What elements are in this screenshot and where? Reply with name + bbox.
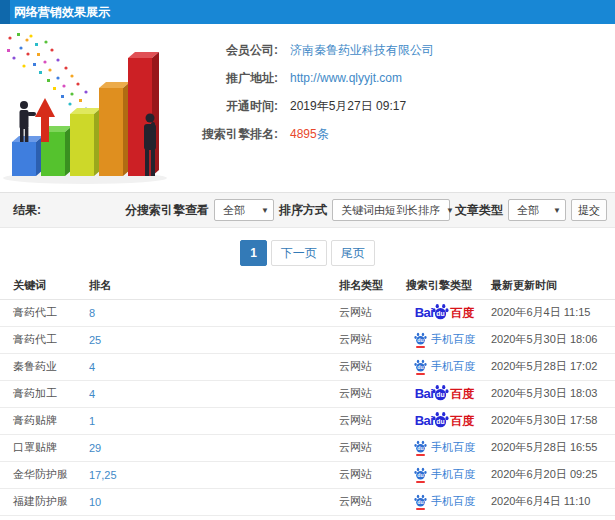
updated-time-cell: 2020年6月4日 11:10 [487, 488, 615, 515]
rank-link[interactable]: 17,25 [89, 469, 117, 481]
engine-filter-value: 全部 [223, 203, 245, 218]
rank-cell: 25 [85, 326, 335, 353]
baidu-logo: Baidu百度 [415, 303, 475, 323]
baidu-paw-icon: du [414, 494, 427, 507]
mobile-baidu-logo: du手机百度 [414, 494, 475, 510]
table-row: 秦鲁药业4云网站du手机百度2020年5月28日 17:02 [0, 353, 615, 380]
rank-link[interactable]: 8 [89, 307, 95, 319]
svg-text:du: du [437, 390, 445, 397]
engine-cell: du手机百度 [402, 461, 487, 488]
engine-filter-select[interactable]: 全部 ▼ [214, 199, 274, 221]
col-header-keyword: 关键词 [0, 272, 85, 299]
baidu-paw-icon: du [432, 303, 449, 320]
table-row: 口罩贴牌29云网站du手机百度2020年5月28日 16:55 [0, 434, 615, 461]
mobile-baidu-logo: du手机百度 [414, 467, 475, 483]
rank-link[interactable]: 1 [89, 415, 95, 427]
results-table-body: 膏药代工8云网站Baidu百度2020年6月4日 11:15膏药代工25云网站d… [0, 299, 615, 520]
mobile-baidu-underline [416, 481, 425, 483]
baidu-logo-cn: 百度 [450, 388, 474, 400]
next-page-button[interactable]: 下一页 [271, 240, 327, 266]
sort-value: 关键词由短到长排序 [341, 203, 440, 218]
rank-type-cell: 云网站 [335, 353, 402, 380]
engine-filter-label: 分搜索引擎查看 [125, 202, 209, 219]
sort-label: 排序方式 [279, 202, 327, 219]
rank-type-cell: 云网站 [335, 434, 402, 461]
last-page-button[interactable]: 尾页 [331, 240, 375, 266]
info-row-opened: 开通时间: 2019年5月27日 09:17 [178, 92, 608, 120]
rank-cell [85, 515, 335, 520]
mobile-baidu-logo: du手机百度 [414, 440, 475, 456]
col-header-updated: 最新更新时间 [487, 272, 615, 299]
mobile-baidu-icon: du [414, 359, 427, 375]
mobile-baidu-label: 手机百度 [431, 467, 475, 482]
keyword-cell: 福建防护服 [0, 488, 85, 515]
mobile-baidu-icon: du [414, 440, 427, 456]
promo-url-link[interactable]: http://www.qlyyjt.com [290, 71, 402, 85]
rank-type-cell [335, 515, 402, 520]
col-header-rank: 排名 [85, 272, 335, 299]
submit-button[interactable]: 提交 [571, 199, 607, 221]
rank-link[interactable]: 25 [89, 334, 101, 346]
rank-cell: 4 [85, 353, 335, 380]
sort-select[interactable]: 关键词由短到长排序 ▼ [332, 199, 450, 221]
baidu-logo: Baidu百度 [415, 384, 475, 404]
keyword-cell: 金华防护服 [0, 461, 85, 488]
table-row: 金华防护服17,25云网站du手机百度2020年6月20日 09:25 [0, 461, 615, 488]
col-header-rank-type: 排名类型 [335, 272, 402, 299]
page-title: 网络营销效果展示 [14, 4, 110, 21]
rank-type-cell: 云网站 [335, 407, 402, 434]
article-type-select[interactable]: 全部 ▼ [508, 199, 566, 221]
company-name-link[interactable]: 济南秦鲁药业科技有限公司 [290, 42, 434, 59]
promo-url-label: 推广地址: [178, 70, 278, 87]
results-table-wrap: 关键词 排名 排名类型 搜索引擎类型 最新更新时间 膏药代工8云网站Baidu百… [0, 272, 615, 520]
keyword-cell: 秦鲁药业 [0, 353, 85, 380]
rank-link[interactable]: 10 [89, 496, 101, 508]
rank-link[interactable]: 4 [89, 361, 95, 373]
keyword-cell: 膏药代工 [0, 299, 85, 326]
engine-cell: du手机百度 [402, 434, 487, 461]
baidu-logo-bai: Bai [415, 414, 434, 427]
info-row-url: 推广地址: http://www.qlyyjt.com [178, 64, 608, 92]
info-row-rank-count: 搜索引擎排名: 4895条 [178, 120, 608, 148]
filter-bar: 结果: 分搜索引擎查看 全部 ▼ 排序方式 关键词由短到长排序 ▼ 文章类型 全… [0, 192, 615, 228]
svg-text:du: du [417, 336, 423, 342]
mobile-baidu-logo: du手机百度 [414, 332, 475, 348]
updated-time-cell: 2020年5月30日 17:58 [487, 407, 615, 434]
svg-text:du: du [437, 309, 445, 316]
businessman-figure-left [20, 101, 37, 142]
engine-cell: du手机百度 [402, 326, 487, 353]
rank-link[interactable]: 4 [89, 388, 95, 400]
mobile-baidu-underline [416, 373, 425, 375]
confetti-dots [7, 33, 88, 114]
baidu-paw-icon: du [414, 440, 427, 453]
page-1-button[interactable]: 1 [240, 240, 267, 266]
table-row: 膏药加工4云网站Baidu百度2020年5月30日 18:03 [0, 380, 615, 407]
updated-time-cell: 2020年5月28日 17:02 [487, 353, 615, 380]
baidu-paw-icon: du [414, 359, 427, 372]
rank-link[interactable]: 29 [89, 442, 101, 454]
baidu-paw-icon: du [414, 332, 427, 345]
window-titlebar: 网络营销效果展示 [0, 0, 615, 24]
table-row: 膏药代工25云网站du手机百度2020年5月30日 18:06 [0, 326, 615, 353]
rank-cell: 10 [85, 488, 335, 515]
svg-text:du: du [417, 444, 423, 450]
pagination: 1 下一页 尾页 [0, 238, 615, 268]
company-label: 会员公司: [178, 42, 278, 59]
mobile-baidu-icon: du [414, 494, 427, 510]
rank-type-cell: 云网站 [335, 488, 402, 515]
engine-cell: Baidu百度 [402, 299, 487, 326]
info-row-company: 会员公司: 济南秦鲁药业科技有限公司 [178, 36, 608, 64]
chevron-down-icon: ▼ [547, 206, 561, 215]
titlebar-left-accent [0, 0, 10, 24]
baidu-logo-cn: 百度 [450, 307, 474, 319]
article-type-value: 全部 [517, 203, 539, 218]
mobile-baidu-logo: du手机百度 [414, 359, 475, 375]
updated-time-cell: 2020年6月4日 11:15 [487, 299, 615, 326]
baidu-logo-bai: Bai [415, 306, 434, 319]
updated-time-cell [487, 515, 615, 520]
chevron-down-icon: ▼ [440, 206, 454, 215]
updated-time-cell: 2020年6月20日 09:25 [487, 461, 615, 488]
table-row: 膏药代工8云网站Baidu百度2020年6月4日 11:15 [0, 299, 615, 326]
rank-type-cell: 云网站 [335, 299, 402, 326]
mobile-baidu-label: 手机百度 [431, 359, 475, 374]
